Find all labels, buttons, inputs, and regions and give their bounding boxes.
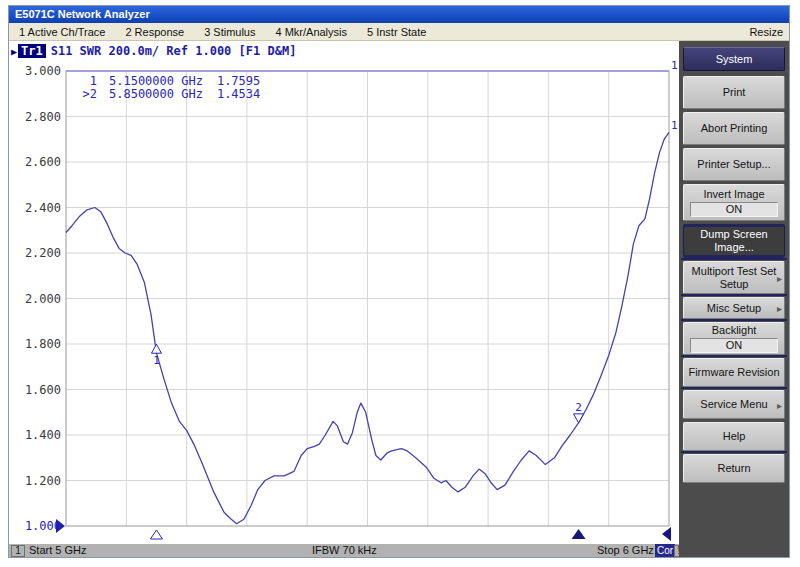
title-bar[interactable]: E5071C Network Analyzer <box>9 6 789 23</box>
softkey-label: Help <box>723 430 746 443</box>
marker-2-stimulus-icon[interactable] <box>572 529 586 539</box>
menu-item-mkr-analysis[interactable]: 4 Mkr/Analysis <box>265 26 357 38</box>
window-title: E5071C Network Analyzer <box>15 8 150 20</box>
softkey-label: Dump Screen Image... <box>684 228 784 254</box>
softkey-separator <box>681 258 787 260</box>
softkey-label: Print <box>723 86 746 99</box>
marker-2-icon[interactable] <box>574 414 584 423</box>
channel-number-badge: 1 <box>11 545 25 557</box>
softkey-print[interactable]: Print <box>683 76 785 109</box>
softkey-menu-title: System <box>683 47 785 71</box>
softkey-separator <box>681 355 787 357</box>
softkey-label: Abort Printing <box>701 122 768 135</box>
analyzer-window: E5071C Network Analyzer 1 Active Ch/Trac… <box>8 5 790 558</box>
softkey-service-menu[interactable]: Service Menu▸ <box>683 390 785 419</box>
trace-end-number: 1 <box>671 119 678 132</box>
marker-1-stimulus-icon[interactable] <box>150 530 162 539</box>
reference-level-icon <box>56 519 65 533</box>
softkey-abort-printing[interactable]: Abort Printing <box>683 112 785 145</box>
sweep-indicator-icon <box>662 527 671 541</box>
softkey-label: Invert Image <box>703 188 764 201</box>
screen: E5071C Network Analyzer 1 Active Ch/Trac… <box>0 0 800 567</box>
marker-readout: 15.1500000 GHz1.7595>25.8500000 GHz1.453… <box>79 75 260 101</box>
status-bar: 1 Start 5 GHz IFBW 70 kHz Stop 6 GHz Cor… <box>9 544 679 557</box>
softkey-separator <box>681 294 787 296</box>
softkey-separator <box>681 451 787 453</box>
correction-badge: Cor <box>655 544 675 557</box>
plot-area: 1112 <box>9 41 679 557</box>
menu-bar: 1 Active Ch/Trace2 Response3 Stimulus4 M… <box>9 23 789 41</box>
marker-readout-row: >25.8500000 GHz1.4534 <box>79 88 260 101</box>
trace-scale-number: 1 <box>671 59 678 72</box>
stop-frequency-label: Stop 6 GHz <box>597 544 654 557</box>
submenu-arrow-icon: ▸ <box>777 272 782 285</box>
softkey-printer-setup[interactable]: Printer Setup... <box>683 148 785 181</box>
softkey-label: Backlight <box>712 324 757 337</box>
marker-1-number: 1 <box>153 354 160 367</box>
softkey-label: Service Menu <box>700 398 767 411</box>
softkey-state-value: ON <box>690 338 778 353</box>
menu-item-stimulus[interactable]: 3 Stimulus <box>194 26 265 38</box>
softkey-label: Printer Setup... <box>697 158 770 171</box>
submenu-arrow-icon: ▸ <box>777 399 782 412</box>
softkey-label: Return <box>717 462 750 475</box>
resize-button[interactable]: Resize <box>739 26 789 38</box>
ifbw-label: IFBW 70 kHz <box>312 544 377 557</box>
start-frequency-label: Start 5 GHz <box>29 544 86 557</box>
softkey-menu-title-label: System <box>716 53 753 66</box>
instrument-screen: ▶ Tr1 S11 SWR 200.0m/ Ref 1.000 [F1 D&M]… <box>9 41 789 557</box>
softkey-return[interactable]: Return <box>683 454 785 483</box>
softkey-misc-setup[interactable]: Misc Setup▸ <box>683 297 785 319</box>
marker-2-number: 2 <box>575 401 582 414</box>
softkey-firmware-revision[interactable]: Firmware Revision <box>683 358 785 387</box>
submenu-arrow-icon: ▸ <box>777 302 782 315</box>
softkey-separator <box>681 319 787 321</box>
softkey-dump-screen-image[interactable]: Dump Screen Image... <box>683 224 785 258</box>
softkey-label: Firmware Revision <box>688 366 779 379</box>
menu-item-instr-state[interactable]: 5 Instr State <box>357 26 436 38</box>
softkey-label: Multiport Test Set Setup <box>684 265 784 291</box>
marker-1-icon[interactable] <box>151 344 161 353</box>
menu-item-active-ch-trace[interactable]: 1 Active Ch/Trace <box>9 26 115 38</box>
softkey-sidebar: System PrintAbort PrintingPrinter Setup.… <box>679 41 789 557</box>
softkey-label: Misc Setup <box>707 302 761 315</box>
softkey-state-value: ON <box>690 202 778 217</box>
softkey-backlight[interactable]: BacklightON <box>683 322 785 355</box>
menu-item-response[interactable]: 2 Response <box>115 26 194 38</box>
softkey-help[interactable]: Help <box>683 422 785 451</box>
softkey-invert-image[interactable]: Invert ImageON <box>683 184 785 221</box>
softkey-multiport-test-set-setup[interactable]: Multiport Test Set Setup▸ <box>683 261 785 294</box>
softkey-separator <box>681 387 787 389</box>
